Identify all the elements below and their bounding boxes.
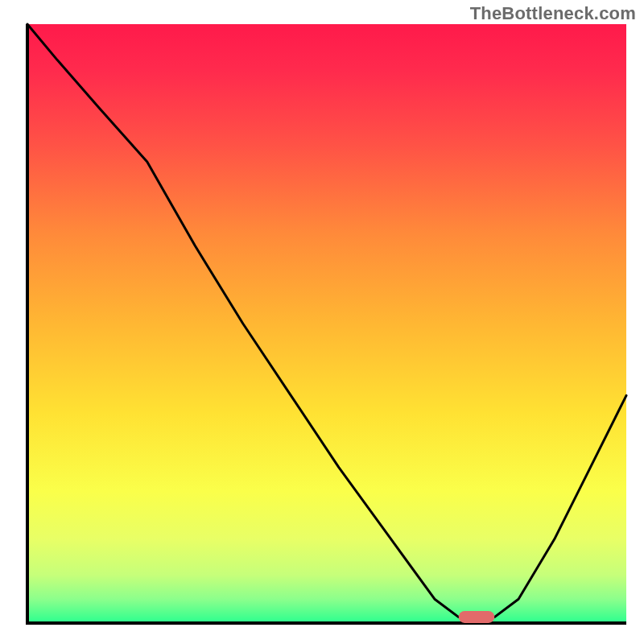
chart-background	[27, 24, 626, 623]
chart-stage: TheBottleneck.com	[0, 0, 644, 644]
watermark-text: TheBottleneck.com	[470, 3, 636, 24]
bottleneck-chart	[0, 0, 644, 644]
chart-marker	[459, 611, 495, 623]
